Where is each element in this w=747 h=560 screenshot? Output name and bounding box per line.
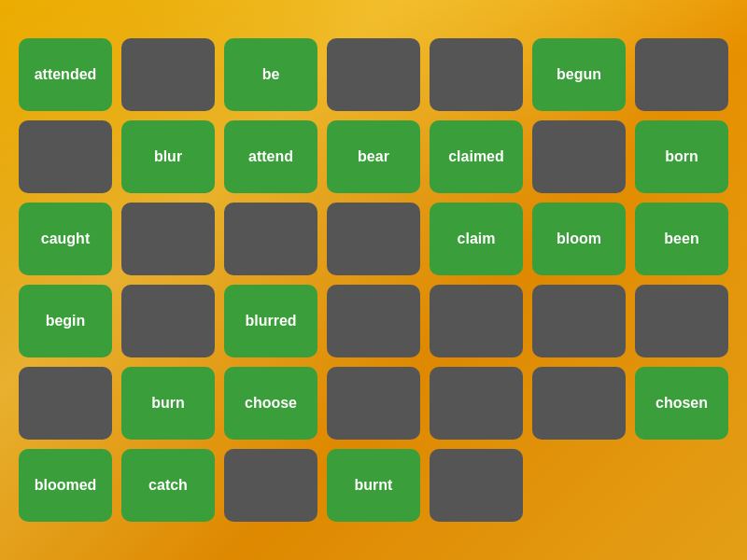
cell-bloomed[interactable]: bloomed (19, 449, 112, 522)
cell-blurred[interactable]: blurred (224, 285, 317, 357)
cell-bloom[interactable]: bloom (532, 203, 626, 275)
cell-empty-r1c0[interactable] (19, 120, 112, 193)
word-grid: attendedbebegunblurattendbearclaimedborn… (19, 38, 728, 522)
cell-empty-r3c1[interactable] (121, 285, 215, 357)
cell-been[interactable]: been (635, 203, 728, 275)
cell-empty-r2c1[interactable] (121, 203, 215, 275)
cell-attend[interactable]: attend (224, 120, 317, 193)
cell-empty-r4c4[interactable] (430, 367, 523, 440)
cell-begin[interactable]: begin (19, 285, 112, 357)
cell-burn[interactable]: burn (121, 367, 215, 440)
cell-empty-r0c1[interactable] (121, 38, 215, 111)
cell-empty-r3c4[interactable] (430, 285, 523, 357)
cell-burnt[interactable]: burnt (327, 449, 420, 522)
cell-empty-r0c4[interactable] (430, 38, 523, 111)
cell-empty-r0c6[interactable] (635, 38, 728, 111)
cell-empty-r3c5[interactable] (532, 285, 626, 357)
cell-claim[interactable]: claim (430, 203, 523, 275)
cell-choose[interactable]: choose (224, 367, 317, 440)
cell-be[interactable]: be (224, 38, 317, 111)
cell-begun[interactable]: begun (532, 38, 626, 111)
cell-empty-r3c6[interactable] (635, 285, 728, 357)
cell-empty-r0c3[interactable] (327, 38, 420, 111)
cell-catch[interactable]: catch (121, 449, 215, 522)
cell-empty-r2c3[interactable] (327, 203, 420, 275)
cell-empty-r4c5[interactable] (532, 367, 626, 440)
cell-born[interactable]: born (635, 120, 728, 193)
cell-empty-r5c2[interactable] (224, 449, 317, 522)
cell-blur[interactable]: blur (121, 120, 215, 193)
cell-chosen[interactable]: chosen (635, 367, 728, 440)
cell-attended[interactable]: attended (19, 38, 112, 111)
cell-caught[interactable]: caught (19, 203, 112, 275)
cell-empty-r1c5[interactable] (532, 120, 626, 193)
cell-empty-r4c3[interactable] (327, 367, 420, 440)
cell-empty-r5c4[interactable] (430, 449, 523, 522)
cell-bear[interactable]: bear (327, 120, 420, 193)
cell-empty-r2c2[interactable] (224, 203, 317, 275)
cell-empty-r4c0[interactable] (19, 367, 112, 440)
cell-claimed[interactable]: claimed (430, 120, 523, 193)
cell-empty-r3c3[interactable] (327, 285, 420, 357)
